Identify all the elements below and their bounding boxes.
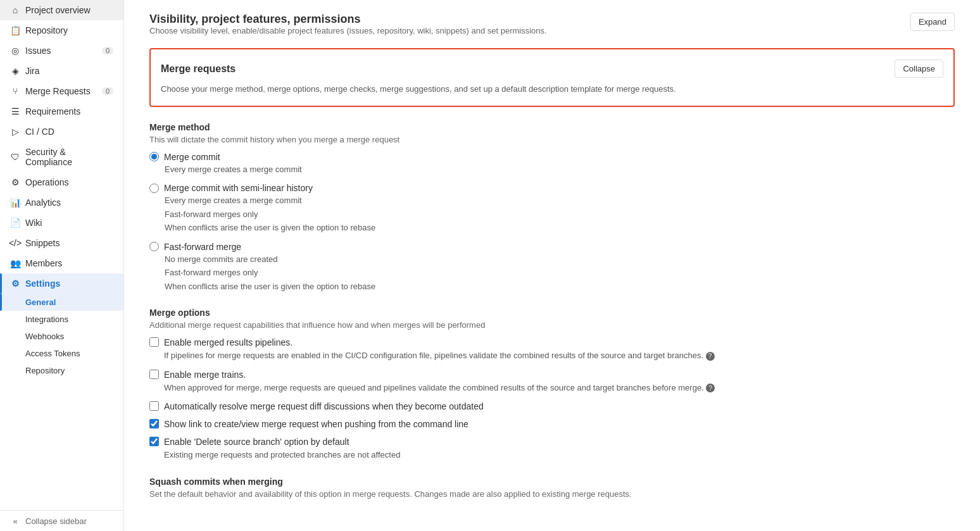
- auto-resolve-label[interactable]: Automatically resolve merge request diff…: [149, 401, 955, 411]
- sidebar-item-operations[interactable]: ⚙ Operations: [0, 172, 123, 192]
- expand-button[interactable]: Expand: [910, 13, 955, 31]
- sidebar-sub-item-repository[interactable]: Repository: [0, 362, 123, 379]
- book-icon: 📋: [10, 25, 20, 35]
- sidebar-item-settings[interactable]: ⚙ Settings: [0, 273, 123, 294]
- delete-source-branch-checkbox[interactable]: [149, 437, 159, 446]
- show-link-checkbox[interactable]: [149, 419, 159, 428]
- enable-merged-results-checkbox[interactable]: [149, 337, 159, 347]
- sidebar-item-snippets[interactable]: </> Snippets: [0, 233, 123, 253]
- merge-method-label: Merge method: [149, 122, 955, 132]
- main-content: Visibility, project features, permission…: [124, 0, 980, 531]
- visibility-description: Choose visibility level, enable/disable …: [149, 26, 547, 35]
- sidebar-item-requirements[interactable]: ☰ Requirements: [0, 101, 123, 122]
- issues-badge: 0: [102, 47, 113, 54]
- semilinear-desc-3: When conflicts arise the user is given t…: [149, 222, 955, 234]
- members-icon: 👥: [10, 258, 20, 268]
- gear-icon: ⚙: [10, 278, 20, 289]
- merge-commit-radio[interactable]: [149, 152, 159, 161]
- show-link-label[interactable]: Show link to create/view merge request w…: [149, 419, 955, 429]
- merge-method-radio-group: Merge commit Every merge creates a merge…: [149, 152, 955, 293]
- merge-requests-badge: 0: [102, 87, 113, 95]
- sidebar-item-repository[interactable]: 📋 Repository: [0, 20, 123, 41]
- auto-resolve-checkbox[interactable]: [149, 401, 159, 411]
- sidebar-sub-item-general[interactable]: General: [0, 294, 123, 311]
- operations-icon: ⚙: [10, 177, 20, 187]
- collapse-sidebar[interactable]: « Collapse sidebar: [0, 511, 123, 531]
- wiki-icon: 📄: [10, 218, 20, 228]
- squash-section: Squash commits when merging Set the defa…: [149, 477, 955, 499]
- sidebar-item-security-compliance[interactable]: 🛡 Security & Compliance: [0, 142, 123, 172]
- home-icon: ⌂: [10, 5, 20, 15]
- semilinear-desc-1: Every merge creates a merge commit: [149, 194, 955, 207]
- shield-icon: 🛡: [10, 152, 20, 162]
- merge-commit-semilinear-option: Merge commit with semi-linear history Ev…: [149, 183, 955, 234]
- fast-forward-option: Fast-forward merge No merge commits are …: [149, 242, 955, 293]
- fast-forward-radio[interactable]: [149, 242, 159, 251]
- enable-merged-results-desc: If pipelines for merge requests are enab…: [149, 349, 955, 362]
- squash-description: Set the default behavior and availabilit…: [149, 489, 955, 499]
- enable-merged-results-label[interactable]: Enable merged results pipelines.: [149, 337, 955, 347]
- merged-results-help-icon[interactable]: ?: [706, 352, 715, 361]
- fast-forward-label[interactable]: Fast-forward merge: [149, 242, 955, 252]
- analytics-icon: 📊: [10, 197, 20, 208]
- collapse-button[interactable]: Collapse: [895, 59, 943, 78]
- merge-method-section: Merge method This will dictate the commi…: [149, 122, 955, 293]
- merge-options-label: Merge options: [149, 308, 955, 318]
- auto-resolve-option: Automatically resolve merge request diff…: [149, 401, 955, 411]
- merge-commit-semilinear-radio[interactable]: [149, 184, 159, 193]
- sidebar-item-issues[interactable]: ◎ Issues 0: [0, 41, 123, 61]
- merge-trains-help-icon[interactable]: ?: [706, 384, 715, 392]
- sidebar-item-jira[interactable]: ◈ Jira: [0, 61, 123, 81]
- enable-merge-trains-option: Enable merge trains. When approved for m…: [149, 370, 955, 394]
- merge-requests-description: Choose your merge method, merge options,…: [161, 83, 943, 96]
- visibility-title: Visibility, project features, permission…: [149, 13, 547, 26]
- sub-selected-indicator: [0, 294, 2, 311]
- sidebar-item-wiki[interactable]: 📄 Wiki: [0, 213, 123, 233]
- enable-merge-trains-desc: When approved for merge, merge requests …: [149, 382, 955, 394]
- collapse-icon: «: [10, 516, 20, 526]
- selected-indicator: [0, 273, 2, 294]
- merge-options-section: Merge options Additional merge request c…: [149, 308, 955, 461]
- merge-commit-label[interactable]: Merge commit: [149, 152, 955, 162]
- sidebar-sub-item-webhooks[interactable]: Webhooks: [0, 328, 123, 345]
- merge-method-description: This will dictate the commit history whe…: [149, 135, 955, 144]
- sidebar-bottom: « Collapse sidebar: [0, 510, 123, 531]
- jira-icon: ◈: [10, 66, 20, 76]
- cicd-icon: ▷: [10, 127, 20, 137]
- sidebar: ⌂ Project overview 📋 Repository ◎ Issues…: [0, 0, 124, 531]
- merge-icon: ⑂: [10, 86, 20, 96]
- merge-commit-option: Merge commit Every merge creates a merge…: [149, 152, 955, 176]
- merge-options-description: Additional merge request capabilities th…: [149, 320, 955, 330]
- fast-forward-desc-1: No merge commits are created: [149, 253, 955, 266]
- requirements-icon: ☰: [10, 106, 20, 116]
- delete-source-branch-desc: Existing merge requests and protected br…: [149, 449, 955, 461]
- merge-requests-title: Merge requests: [161, 63, 236, 75]
- merge-section-header: Merge requests Collapse: [161, 59, 943, 78]
- merge-commit-semilinear-label[interactable]: Merge commit with semi-linear history: [149, 183, 955, 193]
- squash-label: Squash commits when merging: [149, 477, 955, 487]
- show-link-option: Show link to create/view merge request w…: [149, 419, 955, 429]
- merge-commit-desc: Every merge creates a merge commit: [149, 163, 955, 176]
- fast-forward-desc-2: Fast-forward merges only: [149, 266, 955, 279]
- fast-forward-desc-3: When conflicts arise the user is given t…: [149, 280, 955, 293]
- semilinear-desc-2: Fast-forward merges only: [149, 208, 955, 221]
- sidebar-item-members[interactable]: 👥 Members: [0, 253, 123, 273]
- sidebar-sub-item-access-tokens[interactable]: Access Tokens: [0, 345, 123, 362]
- enable-merge-trains-label[interactable]: Enable merge trains.: [149, 370, 955, 380]
- enable-merge-trains-checkbox[interactable]: [149, 370, 159, 379]
- sidebar-item-project-overview[interactable]: ⌂ Project overview: [0, 0, 123, 20]
- merge-requests-section: Merge requests Collapse Choose your merg…: [149, 48, 955, 107]
- snippets-icon: </>: [10, 238, 20, 248]
- sidebar-item-merge-requests[interactable]: ⑂ Merge Requests 0: [0, 81, 123, 101]
- enable-merged-results-option: Enable merged results pipelines. If pipe…: [149, 337, 955, 362]
- delete-source-branch-label[interactable]: Enable 'Delete source branch' option by …: [149, 437, 955, 447]
- sidebar-sub-item-integrations[interactable]: Integrations: [0, 311, 123, 328]
- delete-source-branch-option: Enable 'Delete source branch' option by …: [149, 437, 955, 461]
- visibility-section-header: Visibility, project features, permission…: [149, 13, 955, 46]
- sidebar-item-ci-cd[interactable]: ▷ CI / CD: [0, 122, 123, 142]
- sidebar-item-analytics[interactable]: 📊 Analytics: [0, 192, 123, 213]
- issue-icon: ◎: [10, 46, 20, 56]
